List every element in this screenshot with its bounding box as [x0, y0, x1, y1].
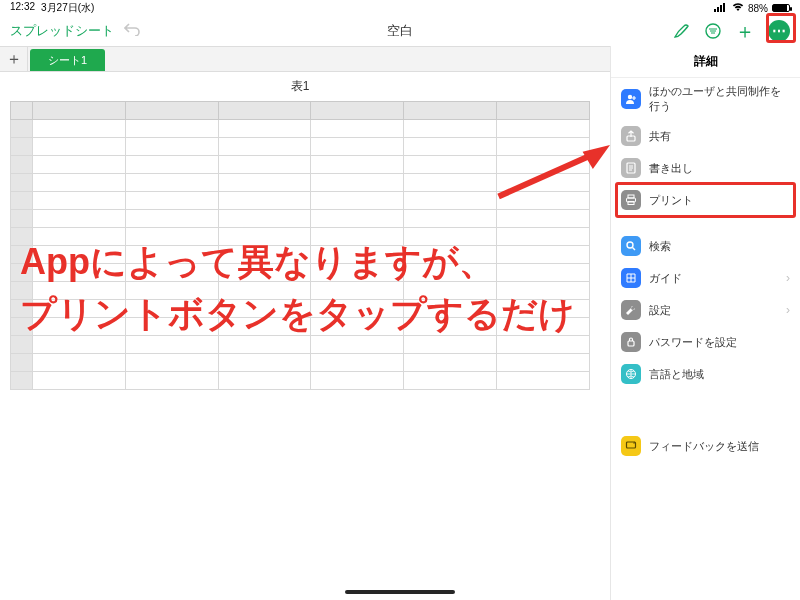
- menu-label: 検索: [649, 239, 671, 254]
- svg-rect-12: [628, 341, 634, 346]
- details-panel-title: 詳細: [611, 46, 800, 78]
- person-add-icon: [621, 89, 641, 109]
- menu-label: 設定: [649, 303, 671, 318]
- home-indicator: [345, 590, 455, 594]
- menu-label: プリント: [649, 193, 693, 208]
- annotation-line-1: Appによって異なりますが、: [20, 238, 495, 287]
- signal-icon: [714, 3, 728, 14]
- menu-label: ガイド: [649, 271, 682, 286]
- menu-label: フィードバックを送信: [649, 439, 759, 454]
- export-icon: [621, 158, 641, 178]
- status-time: 12:32: [10, 1, 35, 15]
- brush-icon[interactable]: [672, 22, 690, 40]
- menu-collaborate[interactable]: ほかのユーザと共同制作を行う: [611, 78, 800, 120]
- printer-icon: [621, 190, 641, 210]
- undo-icon[interactable]: [124, 22, 140, 40]
- svg-rect-0: [714, 9, 716, 12]
- battery-pct: 88%: [748, 3, 768, 14]
- status-bar: 12:32 3月27日(水) 88%: [0, 0, 800, 16]
- filter-icon[interactable]: [704, 22, 722, 40]
- menu-share[interactable]: 共有: [611, 120, 800, 152]
- annotation-line-2: プリントボタンをタップするだけ: [20, 290, 575, 339]
- menu-label: 書き出し: [649, 161, 693, 176]
- menu-settings[interactable]: 設定 ›: [611, 294, 800, 326]
- add-icon[interactable]: ＋: [736, 22, 754, 40]
- wifi-icon: [732, 3, 744, 14]
- share-icon: [621, 126, 641, 146]
- menu-label: 共有: [649, 129, 671, 144]
- menu-guide[interactable]: ガイド ›: [611, 262, 800, 294]
- back-button[interactable]: スプレッドシート: [10, 22, 114, 40]
- menu-print[interactable]: プリント: [611, 184, 800, 216]
- sheet-tab-1-label: シート1: [48, 53, 87, 68]
- menu-feedback[interactable]: フィードバックを送信: [611, 430, 800, 462]
- svg-rect-10: [628, 202, 634, 205]
- battery-icon: [772, 4, 790, 12]
- add-sheet-button[interactable]: ＋: [0, 47, 28, 71]
- menu-password[interactable]: パスワードを設定: [611, 326, 800, 358]
- svg-rect-2: [720, 5, 722, 12]
- chevron-right-icon: ›: [786, 303, 790, 317]
- menu-separator: [611, 216, 800, 230]
- status-date: 3月27日(水): [41, 1, 94, 15]
- menu-separator: [611, 390, 800, 430]
- svg-rect-3: [723, 3, 725, 12]
- table-title[interactable]: 表1: [10, 72, 590, 101]
- feedback-icon: [621, 436, 641, 456]
- navigation-bar: スプレッドシート 空白 ＋ ⋯: [0, 16, 800, 46]
- spreadsheet-area[interactable]: 表1: [10, 72, 590, 390]
- details-menu: ほかのユーザと共同制作を行う 共有 書き出し プリント: [611, 78, 800, 462]
- globe-icon: [621, 364, 641, 384]
- guide-icon: [621, 268, 641, 288]
- app-screenshot: 12:32 3月27日(水) 88% スプレッドシート 空白: [0, 0, 800, 600]
- svg-point-5: [628, 95, 632, 99]
- menu-label: 言語と地域: [649, 367, 704, 382]
- menu-label: パスワードを設定: [649, 335, 737, 350]
- svg-point-11: [627, 242, 633, 248]
- svg-rect-1: [717, 7, 719, 12]
- menu-search[interactable]: 検索: [611, 230, 800, 262]
- sheet-tab-bar: ＋ シート1: [0, 46, 610, 72]
- menu-language[interactable]: 言語と地域: [611, 358, 800, 390]
- menu-export[interactable]: 書き出し: [611, 152, 800, 184]
- lock-icon: [621, 332, 641, 352]
- menu-label: ほかのユーザと共同制作を行う: [649, 84, 790, 114]
- wrench-icon: [621, 300, 641, 320]
- sheet-tab-1[interactable]: シート1: [30, 49, 105, 71]
- chevron-right-icon: ›: [786, 271, 790, 285]
- highlight-print: [615, 182, 796, 218]
- document-title[interactable]: 空白: [387, 22, 413, 40]
- search-icon: [621, 236, 641, 256]
- details-panel: 詳細 ほかのユーザと共同制作を行う 共有 書き出し: [610, 46, 800, 600]
- highlight-more-button: [766, 13, 796, 43]
